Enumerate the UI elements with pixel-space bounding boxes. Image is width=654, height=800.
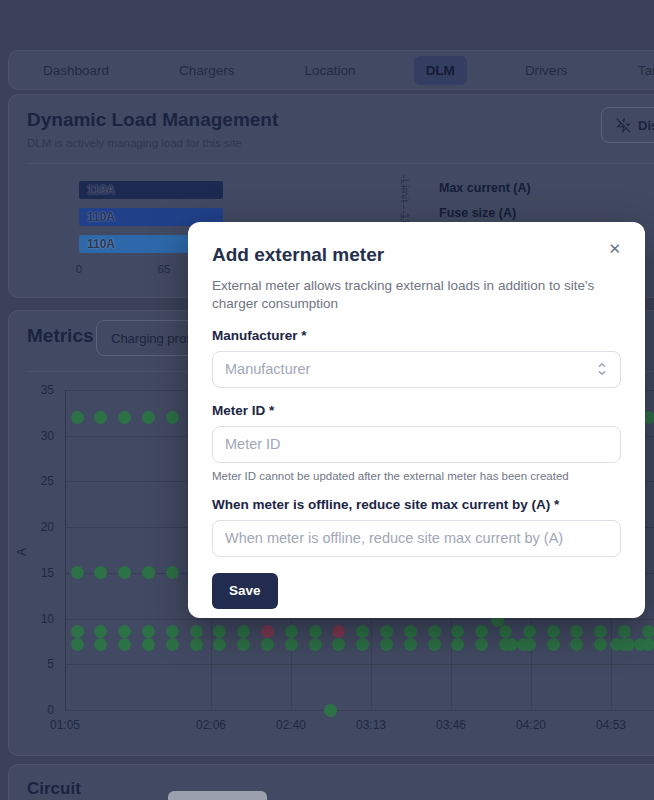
circuit-section: Circuit Screenshot	[8, 764, 654, 800]
y-tick-label: 30	[4, 429, 54, 443]
add-external-meter-modal: Add external meter ✕ External meter allo…	[188, 222, 645, 618]
manufacturer-label: Manufacturer *	[212, 328, 621, 343]
dlm-status-text: DLM is actively managing load for this s…	[27, 137, 242, 149]
data-point	[610, 638, 623, 651]
data-point	[71, 638, 84, 651]
close-icon[interactable]: ✕	[604, 236, 625, 262]
divider	[27, 163, 654, 164]
data-point	[142, 411, 155, 424]
meter-id-input[interactable]	[212, 426, 621, 463]
tab-chargers[interactable]: Chargers	[167, 56, 247, 85]
data-point	[118, 625, 131, 638]
data-point	[475, 638, 488, 651]
data-point	[309, 638, 322, 651]
y-tick-label: 5	[4, 657, 54, 671]
data-point	[517, 638, 530, 651]
h-gridline	[65, 710, 654, 711]
data-point	[380, 638, 393, 651]
data-point	[380, 625, 393, 638]
metrics-title: Metrics	[27, 325, 94, 347]
y-tick-label: 25	[4, 474, 54, 488]
data-point	[94, 566, 107, 579]
offline-reduce-label: When meter is offline, reduce site max c…	[212, 497, 621, 512]
disable-dlm-label: Disable	[638, 118, 654, 133]
data-point	[505, 638, 518, 651]
phase-bar: 110A	[79, 181, 223, 199]
offline-reduce-input[interactable]	[212, 520, 621, 557]
h-gridline	[65, 619, 654, 620]
x-tick-label: 02:06	[196, 718, 226, 732]
data-point	[547, 638, 560, 651]
h-gridline	[65, 664, 654, 665]
tab-location[interactable]: Location	[293, 56, 368, 85]
page-title: Dynamic Load Management	[27, 109, 278, 131]
x-tick-label: 03:46	[436, 718, 466, 732]
fuse-size-label: Fuse size (A)	[439, 206, 516, 220]
data-point	[71, 566, 84, 579]
data-point	[166, 625, 179, 638]
max-current-label: Max current (A)	[439, 181, 531, 195]
data-point	[570, 625, 583, 638]
data-point	[622, 638, 635, 651]
data-point	[94, 625, 107, 638]
data-point	[190, 625, 203, 638]
y-tick-label: 0	[4, 703, 54, 717]
disable-dlm-button[interactable]: Disable	[601, 107, 654, 143]
bar-axis-tick: 0	[76, 263, 82, 275]
tab-dashboard[interactable]: Dashboard	[31, 56, 121, 85]
manufacturer-placeholder: Manufacturer	[225, 361, 310, 377]
main-nav: Dashboard Chargers Location DLM Drivers …	[8, 50, 654, 90]
zap-off-icon	[616, 118, 631, 133]
data-point	[166, 638, 179, 651]
data-point	[237, 625, 250, 638]
data-point	[142, 638, 155, 651]
data-point	[451, 638, 464, 651]
data-point	[237, 638, 250, 651]
tab-dlm[interactable]: DLM	[414, 56, 467, 85]
x-tick-label: 01:05	[50, 718, 80, 732]
y-axis-line	[65, 390, 66, 710]
data-point	[213, 638, 226, 651]
data-point	[71, 625, 84, 638]
data-point	[594, 638, 607, 651]
data-point	[451, 625, 464, 638]
data-point	[118, 566, 131, 579]
y-tick-label: 15	[4, 566, 54, 580]
data-point	[594, 625, 607, 638]
data-point	[570, 638, 583, 651]
y-axis-label: A	[15, 548, 29, 556]
data-point	[332, 638, 345, 651]
data-point	[356, 638, 369, 651]
data-point	[142, 566, 155, 579]
data-point	[634, 638, 647, 651]
data-point	[404, 625, 417, 638]
meter-id-helper-text: Meter ID cannot be updated after the ext…	[212, 470, 621, 482]
data-point	[618, 625, 631, 638]
modal-title: Add external meter	[212, 244, 621, 266]
x-tick-label: 03:13	[356, 718, 386, 732]
data-point	[428, 638, 441, 651]
manufacturer-select[interactable]: Manufacturer	[212, 351, 621, 388]
data-point	[324, 704, 337, 717]
data-point	[261, 638, 274, 651]
data-point	[547, 625, 560, 638]
save-button[interactable]: Save	[212, 573, 278, 609]
y-tick-label: 35	[4, 383, 54, 397]
x-tick-label: 02:40	[276, 718, 306, 732]
data-point	[94, 638, 107, 651]
data-point	[309, 625, 322, 638]
data-point	[285, 625, 298, 638]
chevron-up-down-icon	[596, 362, 608, 376]
bar-axis-tick: 65	[158, 263, 171, 275]
data-point	[428, 625, 441, 638]
data-point	[523, 625, 536, 638]
tab-drivers[interactable]: Drivers	[513, 56, 580, 85]
x-tick-label: 04:53	[596, 718, 626, 732]
y-tick-label: 20	[4, 520, 54, 534]
data-point	[499, 625, 512, 638]
x-tick-label: 04:20	[516, 718, 546, 732]
tab-tariffs[interactable]: Tariffs	[626, 56, 654, 85]
data-point	[404, 638, 417, 651]
data-point	[118, 411, 131, 424]
circuit-partial-button[interactable]: Screenshot	[168, 791, 267, 800]
